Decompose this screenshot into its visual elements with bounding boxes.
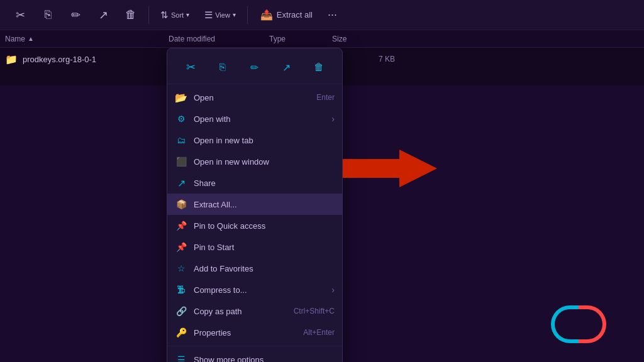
copy-path-shortcut: Ctrl+Shift+C (294, 307, 335, 315)
column-headers: Name ▲ Date modified Type Size (0, 30, 644, 48)
delete-qa-icon: 🗑 (314, 62, 324, 73)
logo-right-bracket (579, 305, 606, 343)
cut-button[interactable]: ✂ (8, 6, 33, 25)
file-name: prodkeys.org-18-0-1 (23, 55, 181, 64)
open-new-window-icon: ⬛ (175, 155, 187, 168)
copy-quick-action[interactable]: ⎘ (211, 56, 234, 79)
view-icon: ☰ (204, 9, 213, 21)
menu-share-label: Share (194, 178, 335, 188)
menu-item-copy-as-path[interactable]: 🔗 Copy as path Ctrl+Shift+C (167, 300, 342, 322)
menu-copy-as-path-label: Copy as path (194, 307, 287, 316)
separator-1 (148, 6, 149, 24)
rename-button[interactable]: ✏ (63, 6, 88, 25)
type-column-header[interactable]: Type (269, 35, 332, 43)
name-column-header[interactable]: Name ▲ (5, 35, 169, 43)
compress-arrow: › (331, 285, 335, 295)
menu-item-extract-all[interactable]: 📦 Extract All... (167, 194, 342, 215)
menu-item-add-favorites[interactable]: ☆ Add to Favorites (167, 258, 342, 279)
context-menu: ✂ ⎘ ✏ ↗ 🗑 📂 Open Enter ⚙ Open with › 🗂 O… (167, 48, 343, 362)
menu-pin-start-label: Pin to Start (194, 243, 335, 252)
red-arrow (343, 150, 437, 187)
menu-compress-to-label: Compress to... (194, 285, 325, 295)
extract-icon: 📤 (260, 9, 273, 21)
menu-separator (167, 346, 342, 346)
menu-show-more-label: Show more options (194, 355, 335, 363)
more-options-button[interactable]: ··· (323, 6, 342, 24)
menu-open-new-window-label: Open in new window (194, 157, 335, 167)
extract-label: Extract all (277, 10, 313, 19)
delete-icon: 🗑 (125, 8, 136, 21)
share-qa-icon: ↗ (282, 62, 291, 74)
menu-item-open[interactable]: 📂 Open Enter (167, 87, 342, 108)
open-shortcut: Enter (316, 93, 335, 102)
cut-icon: ✂ (16, 8, 25, 22)
pin-quick-access-icon: 📌 (175, 219, 187, 232)
rename-qa-icon: ✏ (250, 62, 258, 74)
menu-item-open-new-window[interactable]: ⬛ Open in new window (167, 151, 342, 172)
menu-item-pin-start[interactable]: 📌 Pin to Start (167, 236, 342, 258)
rename-icon: ✏ (71, 8, 80, 22)
share-icon: ↗ (99, 8, 108, 22)
file-size: 7 KB (345, 55, 395, 63)
menu-extract-all-label: Extract All... (194, 200, 335, 209)
extract-all-button[interactable]: 📤 Extract all (253, 6, 320, 23)
menu-item-open-with[interactable]: ⚙ Open with › (167, 108, 342, 129)
properties-shortcut: Alt+Enter (303, 328, 335, 337)
svg-marker-0 (343, 150, 437, 187)
delete-button[interactable]: 🗑 (118, 6, 143, 24)
cut-quick-action[interactable]: ✂ (179, 56, 202, 79)
menu-item-show-more[interactable]: ☰ Show more options (167, 349, 342, 362)
rename-quick-action[interactable]: ✏ (243, 56, 266, 79)
open-with-arrow: › (331, 114, 335, 124)
menu-item-pin-quick-access[interactable]: 📌 Pin to Quick access (167, 215, 342, 236)
more-icon: ··· (328, 8, 337, 21)
pin-start-icon: 📌 (175, 241, 187, 253)
compress-to-icon: 🗜 (175, 283, 187, 296)
view-button[interactable]: ☰ View ▾ (198, 7, 242, 23)
menu-item-compress-to[interactable]: 🗜 Compress to... › (167, 279, 342, 300)
file-folder-icon: 📁 (5, 53, 18, 65)
share-button[interactable]: ↗ (91, 6, 116, 25)
logo (551, 305, 606, 343)
menu-open-new-tab-label: Open in new tab (194, 136, 335, 145)
menu-item-open-new-tab[interactable]: 🗂 Open in new tab (167, 129, 342, 151)
show-more-icon: ☰ (175, 353, 187, 362)
menu-open-with-label: Open with (194, 114, 325, 124)
separator-2 (247, 6, 248, 24)
sort-icon: ⇅ (160, 9, 169, 21)
copy-qa-icon: ⎘ (219, 62, 226, 73)
sort-button[interactable]: ⇅ Sort ▾ (154, 7, 196, 23)
logo-left-bracket (551, 305, 579, 343)
quick-actions-row: ✂ ⎘ ✏ ↗ 🗑 (167, 51, 342, 84)
add-favorites-icon: ☆ (175, 262, 187, 275)
menu-item-properties[interactable]: 🔑 Properties Alt+Enter (167, 322, 342, 343)
delete-quick-action[interactable]: 🗑 (308, 56, 330, 79)
toolbar: ✂ ⎘ ✏ ↗ 🗑 ⇅ Sort ▾ ☰ View ▾ 📤 Extract al… (0, 0, 644, 30)
open-new-tab-icon: 🗂 (175, 134, 187, 146)
share-menu-icon: ↗ (175, 177, 187, 189)
properties-icon: 🔑 (175, 326, 187, 339)
open-icon: 📂 (175, 91, 187, 104)
menu-add-favorites-label: Add to Favorites (194, 264, 335, 273)
menu-properties-label: Properties (194, 328, 297, 337)
copy-button[interactable]: ⎘ (35, 6, 60, 24)
name-sort-arrow: ▲ (28, 35, 34, 42)
copy-path-icon: 🔗 (175, 305, 187, 317)
view-chevron: ▾ (233, 11, 236, 18)
cut-qa-icon: ✂ (186, 60, 196, 74)
date-column-header[interactable]: Date modified (169, 35, 269, 43)
menu-item-share[interactable]: ↗ Share (167, 172, 342, 194)
sort-chevron: ▾ (186, 11, 189, 18)
menu-open-label: Open (194, 93, 310, 102)
size-column-header[interactable]: Size (332, 35, 382, 43)
open-with-icon: ⚙ (175, 112, 187, 125)
menu-pin-quick-access-label: Pin to Quick access (194, 221, 335, 231)
share-quick-action[interactable]: ↗ (275, 56, 298, 79)
view-label: View (215, 11, 230, 19)
extract-all-icon: 📦 (175, 198, 187, 211)
sort-label: Sort (171, 11, 184, 19)
copy-icon: ⎘ (45, 8, 52, 21)
